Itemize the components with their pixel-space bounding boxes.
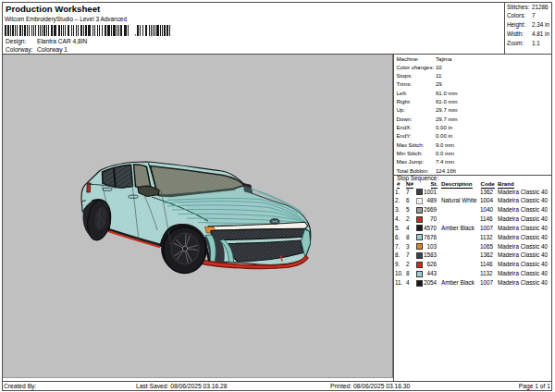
svg-text:,: , [134, 28, 137, 36]
